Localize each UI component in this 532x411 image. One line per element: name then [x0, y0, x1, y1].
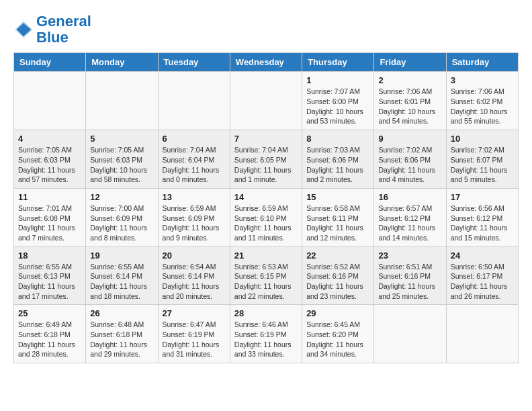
calendar-week-2: 11Sunrise: 7:01 AM Sunset: 6:08 PM Dayli… — [14, 188, 519, 246]
day-info: Sunrise: 7:06 AM Sunset: 6:02 PM Dayligh… — [451, 87, 514, 126]
day-number: 9 — [378, 134, 441, 144]
calendar-cell: 19Sunrise: 6:55 AM Sunset: 6:14 PM Dayli… — [86, 246, 158, 305]
calendar-cell — [374, 305, 446, 363]
day-header-wednesday: Wednesday — [230, 53, 302, 72]
calendar-week-0: 1Sunrise: 7:07 AM Sunset: 6:00 PM Daylig… — [14, 72, 519, 130]
day-header-sunday: Sunday — [14, 53, 86, 72]
day-number: 12 — [90, 192, 153, 202]
calendar-cell — [14, 72, 86, 130]
day-number: 14 — [234, 192, 298, 202]
day-header-tuesday: Tuesday — [158, 53, 230, 72]
calendar-cell: 17Sunrise: 6:56 AM Sunset: 6:12 PM Dayli… — [446, 188, 518, 246]
calendar-cell: 2Sunrise: 7:06 AM Sunset: 6:01 PM Daylig… — [374, 72, 446, 130]
day-info: Sunrise: 6:47 AM Sunset: 6:19 PM Dayligh… — [163, 320, 226, 359]
day-info: Sunrise: 7:06 AM Sunset: 6:01 PM Dayligh… — [378, 87, 441, 126]
calendar-cell: 8Sunrise: 7:03 AM Sunset: 6:06 PM Daylig… — [302, 130, 374, 189]
day-number: 21 — [234, 250, 298, 261]
calendar-cell — [86, 72, 158, 130]
calendar-cell: 10Sunrise: 7:02 AM Sunset: 6:07 PM Dayli… — [446, 130, 518, 189]
day-number: 23 — [378, 250, 441, 261]
day-info: Sunrise: 6:52 AM Sunset: 6:16 PM Dayligh… — [306, 262, 369, 302]
day-info: Sunrise: 7:02 AM Sunset: 6:07 PM Dayligh… — [451, 145, 514, 185]
day-number: 17 — [451, 192, 514, 202]
day-info: Sunrise: 6:55 AM Sunset: 6:13 PM Dayligh… — [18, 262, 81, 302]
day-number: 4 — [18, 134, 81, 144]
calendar-cell: 22Sunrise: 6:52 AM Sunset: 6:16 PM Dayli… — [302, 246, 374, 305]
calendar-cell: 3Sunrise: 7:06 AM Sunset: 6:02 PM Daylig… — [446, 72, 518, 130]
day-info: Sunrise: 6:58 AM Sunset: 6:11 PM Dayligh… — [306, 203, 369, 243]
calendar-cell: 1Sunrise: 7:07 AM Sunset: 6:00 PM Daylig… — [302, 72, 374, 130]
logo: GeneralBlue — [13, 13, 91, 46]
day-number: 3 — [451, 75, 514, 85]
day-number: 18 — [18, 250, 81, 261]
day-info: Sunrise: 6:48 AM Sunset: 6:18 PM Dayligh… — [90, 320, 153, 359]
calendar-cell: 5Sunrise: 7:05 AM Sunset: 6:03 PM Daylig… — [86, 130, 158, 189]
calendar-header: SundayMondayTuesdayWednesdayThursdayFrid… — [14, 53, 519, 72]
calendar-cell: 9Sunrise: 7:02 AM Sunset: 6:06 PM Daylig… — [374, 130, 446, 189]
day-info: Sunrise: 7:03 AM Sunset: 6:06 PM Dayligh… — [306, 145, 369, 185]
day-info: Sunrise: 7:05 AM Sunset: 6:03 PM Dayligh… — [90, 145, 153, 185]
day-number: 5 — [90, 134, 153, 144]
day-info: Sunrise: 6:45 AM Sunset: 6:20 PM Dayligh… — [306, 320, 369, 359]
calendar-cell: 28Sunrise: 6:46 AM Sunset: 6:19 PM Dayli… — [230, 305, 302, 363]
day-info: Sunrise: 7:00 AM Sunset: 6:09 PM Dayligh… — [90, 203, 153, 243]
day-number: 6 — [163, 134, 226, 144]
day-info: Sunrise: 6:50 AM Sunset: 6:17 PM Dayligh… — [451, 262, 514, 302]
calendar-cell — [230, 72, 302, 130]
day-number: 2 — [378, 75, 441, 85]
day-header-saturday: Saturday — [446, 53, 518, 72]
calendar-cell: 24Sunrise: 6:50 AM Sunset: 6:17 PM Dayli… — [446, 246, 518, 305]
calendar-cell: 23Sunrise: 6:51 AM Sunset: 6:16 PM Dayli… — [374, 246, 446, 305]
day-number: 7 — [234, 134, 298, 144]
day-info: Sunrise: 7:07 AM Sunset: 6:00 PM Dayligh… — [306, 87, 369, 126]
day-info: Sunrise: 7:01 AM Sunset: 6:08 PM Dayligh… — [18, 203, 81, 243]
calendar-week-3: 18Sunrise: 6:55 AM Sunset: 6:13 PM Dayli… — [14, 246, 519, 305]
day-info: Sunrise: 7:04 AM Sunset: 6:05 PM Dayligh… — [234, 145, 298, 185]
day-header-friday: Friday — [374, 53, 446, 72]
day-info: Sunrise: 6:46 AM Sunset: 6:19 PM Dayligh… — [234, 320, 298, 359]
calendar-cell: 15Sunrise: 6:58 AM Sunset: 6:11 PM Dayli… — [302, 188, 374, 246]
day-number: 19 — [90, 250, 153, 261]
calendar-cell: 25Sunrise: 6:49 AM Sunset: 6:18 PM Dayli… — [14, 305, 86, 363]
calendar-cell: 20Sunrise: 6:54 AM Sunset: 6:14 PM Dayli… — [158, 246, 230, 305]
day-info: Sunrise: 6:55 AM Sunset: 6:14 PM Dayligh… — [90, 262, 153, 302]
day-info: Sunrise: 6:53 AM Sunset: 6:15 PM Dayligh… — [234, 262, 298, 302]
day-number: 8 — [306, 134, 369, 144]
day-info: Sunrise: 6:59 AM Sunset: 6:10 PM Dayligh… — [234, 203, 298, 243]
calendar-week-4: 25Sunrise: 6:49 AM Sunset: 6:18 PM Dayli… — [14, 305, 519, 363]
calendar-cell: 12Sunrise: 7:00 AM Sunset: 6:09 PM Dayli… — [86, 188, 158, 246]
calendar-cell: 6Sunrise: 7:04 AM Sunset: 6:04 PM Daylig… — [158, 130, 230, 189]
calendar-cell: 26Sunrise: 6:48 AM Sunset: 6:18 PM Dayli… — [86, 305, 158, 363]
day-header-row: SundayMondayTuesdayWednesdayThursdayFrid… — [14, 53, 519, 72]
day-number: 28 — [234, 308, 298, 318]
calendar-cell — [446, 305, 518, 363]
calendar-table: SundayMondayTuesdayWednesdayThursdayFrid… — [13, 52, 519, 363]
calendar-week-1: 4Sunrise: 7:05 AM Sunset: 6:03 PM Daylig… — [14, 130, 519, 189]
day-info: Sunrise: 6:51 AM Sunset: 6:16 PM Dayligh… — [378, 262, 441, 302]
calendar-cell: 21Sunrise: 6:53 AM Sunset: 6:15 PM Dayli… — [230, 246, 302, 305]
day-number: 11 — [18, 192, 81, 202]
day-number: 25 — [18, 308, 81, 318]
calendar-cell: 7Sunrise: 7:04 AM Sunset: 6:05 PM Daylig… — [230, 130, 302, 189]
calendar-cell: 11Sunrise: 7:01 AM Sunset: 6:08 PM Dayli… — [14, 188, 86, 246]
day-info: Sunrise: 6:54 AM Sunset: 6:14 PM Dayligh… — [163, 262, 226, 302]
day-info: Sunrise: 6:49 AM Sunset: 6:18 PM Dayligh… — [18, 320, 81, 359]
day-info: Sunrise: 7:02 AM Sunset: 6:06 PM Dayligh… — [378, 145, 441, 185]
day-info: Sunrise: 6:57 AM Sunset: 6:12 PM Dayligh… — [378, 203, 441, 243]
calendar-cell: 14Sunrise: 6:59 AM Sunset: 6:10 PM Dayli… — [230, 188, 302, 246]
day-number: 29 — [306, 308, 369, 318]
day-number: 27 — [163, 308, 226, 318]
day-info: Sunrise: 6:59 AM Sunset: 6:09 PM Dayligh… — [163, 203, 226, 243]
day-header-monday: Monday — [86, 53, 158, 72]
day-number: 15 — [306, 192, 369, 202]
day-number: 24 — [451, 250, 514, 261]
calendar-cell: 18Sunrise: 6:55 AM Sunset: 6:13 PM Dayli… — [14, 246, 86, 305]
calendar-cell: 27Sunrise: 6:47 AM Sunset: 6:19 PM Dayli… — [158, 305, 230, 363]
day-number: 16 — [378, 192, 441, 202]
day-header-thursday: Thursday — [302, 53, 374, 72]
calendar-cell — [158, 72, 230, 130]
calendar-cell: 29Sunrise: 6:45 AM Sunset: 6:20 PM Dayli… — [302, 305, 374, 363]
day-number: 1 — [306, 75, 369, 85]
logo-icon — [13, 19, 34, 40]
day-number: 13 — [163, 192, 226, 202]
